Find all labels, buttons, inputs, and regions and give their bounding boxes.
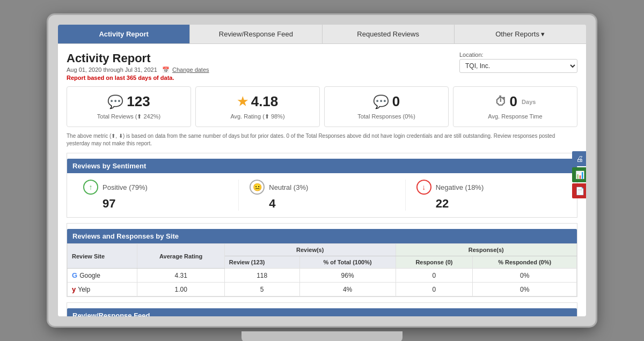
- avg-rating-label: Avg. Rating (⬆ 98%): [200, 113, 315, 120]
- yelp-avg-rating: 1.00: [137, 283, 224, 296]
- avg-response-value: 0: [510, 93, 517, 110]
- total-reviews-value: 123: [127, 93, 150, 110]
- feed-section: Review/Response Feed Show 100 entries Se…: [67, 302, 577, 316]
- table-row: G Google 4.31 118 96% 0 0%: [68, 269, 577, 283]
- tab-bar: Activity Report Review/Response Feed Req…: [58, 25, 586, 44]
- feed-header: Review/Response Feed: [67, 308, 577, 316]
- col-avg-rating: Average Rating: [137, 244, 224, 269]
- screen-inner: Activity Report Review/Response Feed Req…: [58, 25, 586, 316]
- total-responses-value: 0: [392, 93, 400, 110]
- positive-icon: ↑: [83, 180, 98, 195]
- col-review-count: Review (123): [224, 256, 299, 269]
- clock-icon: ⏱: [495, 95, 507, 109]
- yelp-pct-responded: 0%: [473, 283, 577, 296]
- col-responses-group: Response(s): [396, 244, 576, 256]
- google-pct-responded: 0%: [473, 269, 577, 283]
- export-buttons: 🖨 📊 📄: [572, 151, 586, 198]
- metric-total-reviews: 💬 123 Total Reviews (⬆ 242%): [67, 86, 191, 127]
- days-label: Days: [522, 99, 536, 105]
- neutral-icon: 😐: [250, 180, 265, 195]
- laptop-wrapper: Activity Report Review/Response Feed Req…: [27, 0, 617, 341]
- google-review-count: 118: [224, 269, 299, 283]
- change-dates-link[interactable]: Change dates: [172, 66, 209, 73]
- col-review-site: Review Site: [68, 244, 137, 269]
- yelp-review-count: 5: [224, 283, 299, 296]
- neutral-count: 4: [269, 197, 275, 211]
- col-response-count: Response (0): [396, 256, 473, 269]
- sentiment-negative: ↓ Negative (18%) 22: [406, 180, 572, 211]
- negative-icon: ↓: [416, 180, 431, 195]
- report-title-block: Activity Report Aug 01, 2020 through Jul…: [67, 51, 209, 81]
- negative-label: Negative (18%): [436, 183, 484, 191]
- sentiment-positive: ↑ Positive (79%) 97: [72, 180, 239, 211]
- tab-other-reports[interactable]: Other Reports ▾: [455, 25, 586, 43]
- star-icon: ★: [237, 95, 248, 109]
- yelp-icon: y: [72, 285, 76, 293]
- page-title: Activity Report: [67, 51, 209, 65]
- site-google: G Google: [68, 269, 137, 283]
- site-yelp: y Yelp: [68, 283, 137, 296]
- total-responses-label: Total Responses (0%): [329, 113, 444, 120]
- tab-review-response-feed[interactable]: Review/Response Feed: [190, 25, 322, 43]
- chat-icon-2: 💬: [373, 94, 389, 109]
- google-response-count: 0: [396, 269, 473, 283]
- report-based-text: Report based on last 365 days of data.: [67, 75, 209, 81]
- laptop-base: [241, 331, 402, 341]
- chat-icon: 💬: [107, 94, 123, 109]
- export-excel-button[interactable]: 📊: [572, 167, 586, 182]
- google-icon: G: [72, 271, 77, 279]
- date-range: Aug 01, 2020 through Jul 31, 2021 📅 Chan…: [67, 66, 209, 73]
- metric-avg-response-time: ⏱ 0 Days Avg. Response Time: [453, 86, 577, 127]
- laptop-screen: Activity Report Review/Response Feed Req…: [48, 15, 596, 326]
- table-group-header-row: Review Site Average Rating Review(s) Res…: [68, 244, 577, 256]
- tab-requested-reviews[interactable]: Requested Reviews: [323, 25, 455, 43]
- location-block: Location: TQI, Inc.: [459, 51, 577, 73]
- export-pdf-button[interactable]: 📄: [572, 183, 586, 198]
- report-header: Activity Report Aug 01, 2020 through Jul…: [67, 51, 577, 81]
- col-pct-responded: % Responded (0%): [473, 256, 577, 269]
- neutral-label: Neutral (3%): [269, 183, 308, 191]
- location-select[interactable]: TQI, Inc.: [459, 59, 577, 73]
- sites-table-header: Reviews and Responses by Site: [67, 229, 577, 243]
- disclaimer-text: The above metric (⬆, ⬇) is based on data…: [67, 132, 577, 147]
- total-reviews-label: Total Reviews (⬆ 242%): [71, 113, 186, 120]
- avg-rating-value: 4.18: [251, 93, 279, 110]
- sentiment-neutral: 😐 Neutral (3%) 4: [239, 180, 405, 211]
- calendar-icon: 📅: [162, 66, 170, 73]
- col-reviews-group: Review(s): [224, 244, 396, 256]
- yelp-pct-total: 4%: [299, 283, 396, 296]
- metric-avg-rating: ★ 4.18 Avg. Rating (⬆ 98%): [195, 86, 320, 127]
- tab-activity-report[interactable]: Activity Report: [58, 25, 190, 43]
- main-content: 🖨 📊 📄 Activity Report Aug 01, 2020 throu…: [58, 44, 586, 316]
- sites-table-section: Reviews and Responses by Site Review Sit…: [67, 223, 577, 297]
- metric-total-responses: 💬 0 Total Responses (0%): [324, 86, 449, 127]
- sentiment-row: ↑ Positive (79%) 97 😐 Neutral (3%) 4: [67, 173, 577, 217]
- sites-table: Review Site Average Rating Review(s) Res…: [67, 243, 577, 296]
- negative-count: 22: [436, 197, 449, 211]
- google-avg-rating: 4.31: [137, 269, 224, 283]
- location-label: Location:: [459, 51, 484, 58]
- date-range-text: Aug 01, 2020 through Jul 31, 2021: [67, 66, 157, 73]
- col-pct-total: % of Total (100%): [299, 256, 396, 269]
- metrics-row: 💬 123 Total Reviews (⬆ 242%) ★ 4.18 Avg.…: [67, 86, 577, 127]
- yelp-response-count: 0: [396, 283, 473, 296]
- table-row: y Yelp 1.00 5 4% 0 0%: [68, 283, 577, 296]
- google-pct-total: 96%: [299, 269, 396, 283]
- avg-response-label: Avg. Response Time: [458, 113, 573, 120]
- export-print-button[interactable]: 🖨: [572, 151, 586, 166]
- positive-label: Positive (79%): [103, 183, 148, 191]
- sentiment-section: Reviews by Sentiment ↑ Positive (79%) 97…: [67, 153, 577, 218]
- sentiment-header: Reviews by Sentiment: [67, 159, 577, 173]
- positive-count: 97: [103, 197, 115, 211]
